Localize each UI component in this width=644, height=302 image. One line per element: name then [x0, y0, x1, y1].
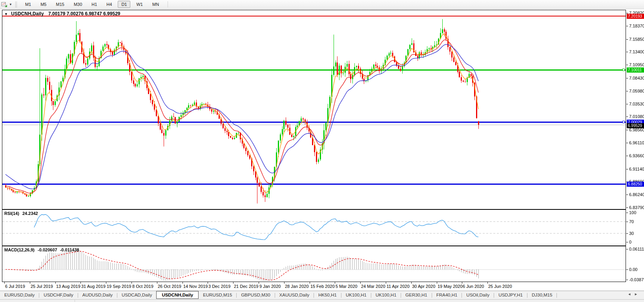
symbol-tab-usdcnh-daily[interactable]: USDCNH,Daily	[156, 291, 199, 299]
status-separator	[75, 300, 75, 302]
timeframe-button-M1[interactable]: M1	[22, 1, 35, 8]
price-tick	[626, 130, 628, 130]
date-tick	[131, 282, 132, 284]
tab-separator	[556, 293, 557, 298]
symbol-tab-eurusd-daily[interactable]: EURUSD,Daily	[0, 291, 39, 299]
date-tick	[437, 282, 437, 284]
date-label: 21 Dec 2019	[234, 284, 258, 289]
timeframe-button-W1[interactable]: W1	[133, 1, 146, 8]
symbol-tab-xauusd-daily[interactable]: XAUUSD,Daily	[275, 291, 314, 299]
toolbar-grip[interactable]	[15, 2, 17, 7]
macd-panel[interactable]	[2, 246, 626, 282]
tab-scroll-left-icon[interactable]: ◄	[628, 292, 634, 296]
time-axis: 6 Jul 201925 Jul 201913 Aug 201931 Aug 2…	[2, 282, 626, 291]
date-label: 13 Aug 2019	[56, 284, 80, 289]
symbol-tab-usdjpy-h1[interactable]: USDJPY,H1	[494, 291, 527, 299]
toolbar-separator	[168, 1, 168, 7]
price-tick	[626, 195, 628, 195]
rsi-tick	[626, 213, 628, 213]
symbol-tab-uk100-h1[interactable]: UK100,H1	[371, 291, 401, 299]
main-chart-panel[interactable]	[2, 10, 626, 209]
date-label: 9 Jan 2020	[259, 284, 281, 289]
tab-scroll-right-icon[interactable]: ►	[634, 292, 641, 296]
date-label: 25 Jun 2020	[488, 284, 512, 289]
chart-title: ▼ USDCNH,Daily 7.00179 7.00276 6.98747 6…	[4, 11, 120, 16]
price-tick	[626, 207, 628, 208]
chart-window-icon[interactable]	[1, 2, 8, 7]
symbol-tab-bar: EURUSD,DailyUSDCHF,DailyAUDUSD,DailyUSDC…	[0, 291, 644, 299]
price-tick-label: 6.88690	[629, 179, 644, 184]
date-label: 31 Aug 2019	[81, 284, 106, 289]
price-tick-label: 6.98560	[629, 127, 644, 132]
macd-canvas[interactable]	[2, 246, 626, 282]
macd-tick	[626, 280, 628, 280]
price-tick-label: 7.01080	[629, 114, 644, 119]
symbol-tab-uk100-h1[interactable]: UK100,H1	[341, 291, 371, 299]
date-tick	[462, 282, 462, 284]
rsi-canvas[interactable]	[2, 210, 626, 246]
price-tick-label: 7.03530	[629, 102, 644, 106]
timeframe-button-M15[interactable]: M15	[52, 1, 68, 8]
date-label: 6 Jun 2020	[463, 284, 484, 289]
date-label: 8 Oct 2019	[132, 284, 153, 289]
status-bar	[0, 299, 644, 302]
rsi-panel[interactable]	[2, 209, 626, 246]
symbol-tab-audusd-daily[interactable]: AUDUSD,Daily	[78, 291, 117, 299]
date-tick	[80, 282, 81, 284]
timeframe-button-M30[interactable]: M30	[70, 1, 86, 8]
symbol-tab-dj30-m15[interactable]: DJ30,M15	[527, 291, 556, 299]
date-tick	[55, 282, 56, 284]
symbol-tab-fra40-h1[interactable]: FRA40,H1	[432, 291, 462, 299]
date-label: 14 Nov 2019	[183, 284, 208, 289]
macd-tick-label: -0.038777	[629, 277, 644, 282]
timeframe-button-H4[interactable]: H4	[103, 1, 115, 8]
symbol-tab-eurusd-m15[interactable]: EURUSD,M15	[199, 291, 236, 299]
timeframe-button-M5[interactable]: M5	[37, 1, 50, 8]
price-tick	[626, 104, 628, 104]
main-chart-canvas[interactable]	[2, 10, 626, 209]
symbol-tab-usdchf-daily[interactable]: USDCHF,Daily	[39, 291, 77, 299]
symbol-tab-gbpusd-m30[interactable]: GBPUSD,M30	[237, 291, 274, 299]
rsi-indicator-label: RSI(14) 24.2342	[4, 211, 38, 216]
symbol-tab-hk50-h1[interactable]: HK50,H1	[314, 291, 341, 299]
price-tick-label: 7.15850	[629, 37, 644, 42]
price-tick-label: 6.83790	[629, 205, 644, 210]
macd-tick	[626, 249, 628, 249]
toolbar: ▼ M1M5M15M30H1H4D1W1MN	[0, 0, 644, 9]
date-label: 25 Jul 2019	[31, 284, 53, 289]
timeframe-button-H1[interactable]: H1	[88, 1, 100, 8]
rsi-tick	[626, 242, 628, 242]
date-tick	[360, 282, 361, 284]
price-level-badge: 7.10011	[627, 67, 644, 73]
macd-tick-label: 0.061119	[629, 247, 644, 251]
date-label: 6 Jul 2019	[5, 284, 25, 289]
price-tick	[626, 26, 628, 26]
rsi-tick-label: 70	[629, 219, 634, 224]
symbol-tab-ger30-h1[interactable]: GER30,H1	[401, 291, 432, 299]
date-tick	[30, 282, 30, 284]
price-tick	[626, 13, 628, 13]
rsi-tick-label: 0	[629, 240, 631, 244]
date-label: 28 Jan 2020	[285, 284, 309, 289]
date-tick	[208, 282, 208, 284]
chart-context-caret-icon[interactable]: ▼	[4, 12, 8, 16]
price-tick-label: 7.08430	[629, 76, 644, 80]
price-tick	[626, 143, 628, 143]
price-tick-label: 7.18370	[629, 24, 644, 28]
date-tick	[4, 282, 5, 284]
date-tick	[386, 282, 386, 284]
timeframe-button-D1[interactable]: D1	[118, 1, 130, 8]
price-tick-label: 7.20820	[629, 11, 644, 15]
date-label: 30 Apr 2020	[412, 284, 435, 289]
price-tick	[626, 182, 628, 182]
current-price-badge: 6.99529	[627, 123, 644, 128]
dropdown-caret-icon[interactable]: ▼	[9, 3, 12, 6]
symbol-tab-usdcad-daily[interactable]: USDCAD,Daily	[117, 291, 156, 299]
timeframe-button-MN[interactable]: MN	[149, 1, 162, 8]
rsi-value: 24.2342	[22, 211, 38, 216]
price-tick-label: 7.13400	[629, 49, 644, 54]
symbol-tab-usoil-daily[interactable]: USOil,Daily	[462, 291, 494, 299]
price-tick	[626, 39, 628, 40]
date-label: 5 Mar 2020	[336, 284, 358, 289]
price-tick-label: 6.93660	[629, 153, 644, 158]
